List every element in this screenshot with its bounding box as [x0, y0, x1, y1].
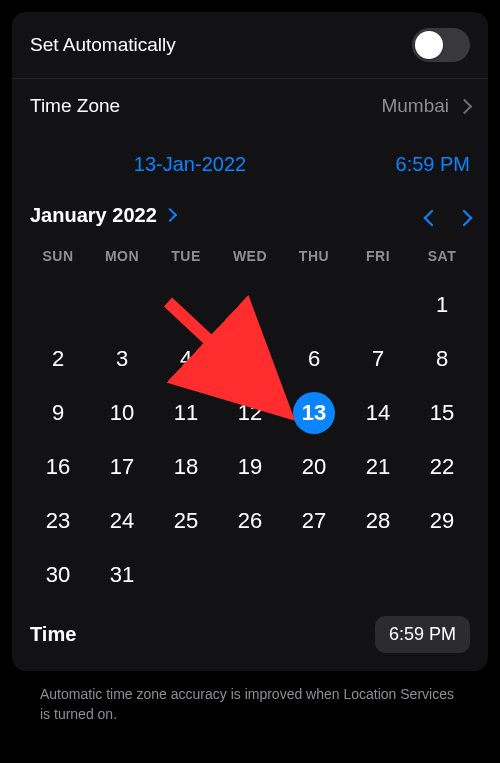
date-readout[interactable]: 13-Jan-2022	[30, 153, 350, 176]
day-number: 22	[421, 446, 463, 488]
day-cell[interactable]: 30	[26, 548, 90, 602]
empty-cell	[90, 278, 154, 332]
day-cell[interactable]: 31	[90, 548, 154, 602]
day-cell[interactable]	[218, 332, 282, 386]
chevron-right-icon	[459, 95, 470, 117]
day-cell[interactable]: 3	[90, 332, 154, 386]
day-cell[interactable]: 29	[410, 494, 474, 548]
day-number: 2	[37, 338, 79, 380]
time-zone-value-wrap: Mumbai	[381, 95, 470, 117]
empty-cell	[26, 278, 90, 332]
dow-label: SAT	[410, 242, 474, 278]
day-cell[interactable]: 15	[410, 386, 474, 440]
set-automatically-toggle[interactable]	[412, 28, 470, 62]
day-cell[interactable]: 27	[282, 494, 346, 548]
day-cell[interactable]: 21	[346, 440, 410, 494]
day-cell[interactable]: 8	[410, 332, 474, 386]
day-number: 6	[293, 338, 335, 380]
picker-header: January 2022	[26, 202, 474, 242]
time-zone-label: Time Zone	[30, 95, 120, 117]
day-number: 12	[229, 392, 271, 434]
day-number: 17	[101, 446, 143, 488]
chevron-left-icon	[426, 200, 438, 230]
day-number: 20	[293, 446, 335, 488]
dow-label: WED	[218, 242, 282, 278]
day-cell[interactable]: 24	[90, 494, 154, 548]
day-cell[interactable]: 12	[218, 386, 282, 440]
day-cell[interactable]: 13	[282, 386, 346, 440]
day-cell[interactable]: 6	[282, 332, 346, 386]
day-cell[interactable]: 14	[346, 386, 410, 440]
day-cell[interactable]: 28	[346, 494, 410, 548]
day-number: 25	[165, 500, 207, 542]
day-cell[interactable]: 20	[282, 440, 346, 494]
month-year-button[interactable]: January 2022	[30, 204, 175, 227]
day-number: 31	[101, 554, 143, 596]
day-cell[interactable]: 22	[410, 440, 474, 494]
empty-cell	[282, 278, 346, 332]
settings-card: Set Automatically Time Zone Mumbai 13-Ja…	[12, 12, 488, 671]
day-number: 26	[229, 500, 271, 542]
day-number: 11	[165, 392, 207, 434]
day-cell[interactable]: 1	[410, 278, 474, 332]
day-number: 15	[421, 392, 463, 434]
day-cell[interactable]: 26	[218, 494, 282, 548]
empty-cell	[154, 278, 218, 332]
dow-label: FRI	[346, 242, 410, 278]
footnote-text: Automatic time zone accuracy is improved…	[12, 671, 488, 724]
day-number: 7	[357, 338, 399, 380]
day-cell[interactable]: 16	[26, 440, 90, 494]
day-cell[interactable]: 7	[346, 332, 410, 386]
prev-month-button[interactable]	[426, 202, 438, 228]
toggle-knob	[415, 31, 443, 59]
day-number: 24	[101, 500, 143, 542]
day-number: 29	[421, 500, 463, 542]
day-cell[interactable]: 4	[154, 332, 218, 386]
set-automatically-row[interactable]: Set Automatically	[12, 12, 488, 79]
dow-label: THU	[282, 242, 346, 278]
day-number: 3	[101, 338, 143, 380]
time-zone-value: Mumbai	[381, 95, 449, 117]
day-number: 19	[229, 446, 271, 488]
day-number: 18	[165, 446, 207, 488]
day-number: 13	[293, 392, 335, 434]
time-button[interactable]: 6:59 PM	[375, 616, 470, 653]
day-number: 21	[357, 446, 399, 488]
day-cell[interactable]: 19	[218, 440, 282, 494]
time-row: Time 6:59 PM	[12, 606, 488, 671]
day-number: 4	[165, 338, 207, 380]
day-number: 28	[357, 500, 399, 542]
day-number: 8	[421, 338, 463, 380]
chevron-right-icon	[165, 206, 175, 224]
day-cell[interactable]: 11	[154, 386, 218, 440]
next-month-button[interactable]	[458, 202, 470, 228]
dow-label: SUN	[26, 242, 90, 278]
day-number: 30	[37, 554, 79, 596]
day-cell[interactable]: 9	[26, 386, 90, 440]
day-cell[interactable]: 25	[154, 494, 218, 548]
day-of-week-header: SUNMONTUEWEDTHUFRISAT	[26, 242, 474, 278]
time-readout[interactable]: 6:59 PM	[350, 153, 470, 176]
set-automatically-label: Set Automatically	[30, 34, 176, 56]
day-cell[interactable]: 10	[90, 386, 154, 440]
date-picker: January 2022 SUNMONTUEWEDTHUFRISAT 12346…	[12, 186, 488, 606]
day-number	[229, 338, 271, 380]
days-grid: 1234678910111213141516171819202122232425…	[26, 278, 474, 602]
day-number: 23	[37, 500, 79, 542]
month-year-label: January 2022	[30, 204, 157, 227]
day-cell[interactable]: 18	[154, 440, 218, 494]
day-number: 1	[421, 284, 463, 326]
day-number: 16	[37, 446, 79, 488]
day-cell[interactable]: 23	[26, 494, 90, 548]
day-number: 9	[37, 392, 79, 434]
day-number: 14	[357, 392, 399, 434]
datetime-readout-row: 13-Jan-2022 6:59 PM	[12, 133, 488, 186]
picker-nav	[426, 202, 470, 228]
day-cell[interactable]: 2	[26, 332, 90, 386]
day-cell[interactable]: 17	[90, 440, 154, 494]
dow-label: TUE	[154, 242, 218, 278]
day-number: 27	[293, 500, 335, 542]
time-label: Time	[30, 623, 76, 646]
time-zone-row[interactable]: Time Zone Mumbai	[12, 79, 488, 133]
dow-label: MON	[90, 242, 154, 278]
